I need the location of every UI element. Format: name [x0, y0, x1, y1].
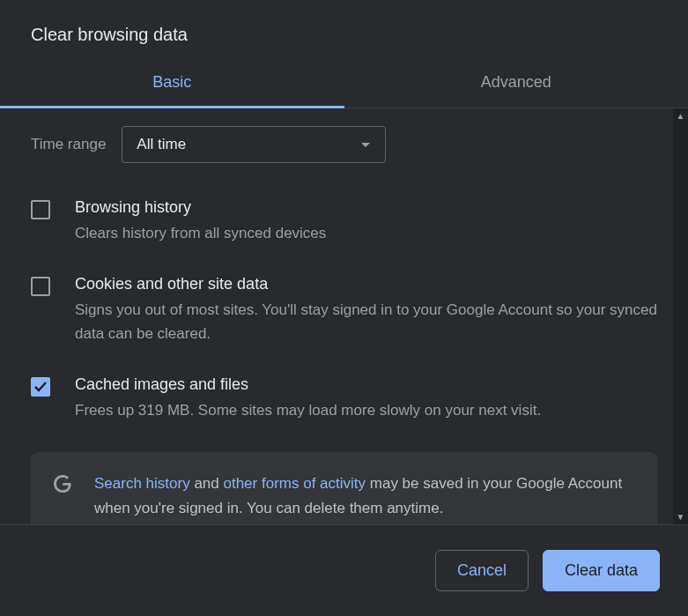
link-search-history[interactable]: Search history: [94, 475, 190, 492]
option-title-cache: Cached images and files: [75, 375, 657, 394]
checkbox-cookies[interactable]: [31, 277, 50, 296]
checkbox-browsing-history[interactable]: [31, 200, 50, 219]
tab-basic[interactable]: Basic: [0, 73, 344, 108]
checkbox-cache[interactable]: [31, 377, 50, 397]
scrollbar-up-icon[interactable]: ▲: [673, 108, 688, 123]
option-desc-cookies: Signs you out of most sites. You'll stay…: [75, 299, 657, 345]
chevron-down-icon: [360, 137, 371, 152]
scrollbar[interactable]: ▲ ▼: [673, 108, 688, 524]
tab-basic-label: Basic: [152, 73, 191, 91]
cancel-button-label: Cancel: [457, 561, 507, 579]
option-title-browsing-history: Browsing history: [75, 198, 657, 217]
scroll-content: Time range All time Browsing history Cle…: [0, 108, 688, 524]
tabs: Basic Advanced: [0, 73, 688, 108]
clear-data-button[interactable]: Clear data: [543, 550, 660, 591]
clear-browsing-data-dialog: Clear browsing data Basic Advanced Time …: [0, 0, 688, 616]
option-text: Browsing history Clears history from all…: [75, 198, 657, 245]
link-other-activity[interactable]: other forms of activity: [223, 475, 366, 492]
clear-data-button-label: Clear data: [565, 561, 638, 579]
tab-advanced[interactable]: Advanced: [344, 73, 689, 108]
scroll-area: Time range All time Browsing history Cle…: [0, 108, 688, 524]
option-cache: Cached images and files Frees up 319 MB.…: [31, 375, 657, 422]
cancel-button[interactable]: Cancel: [435, 550, 529, 591]
info-mid1: and: [190, 475, 224, 492]
info-text: Search history and other forms of activi…: [94, 471, 636, 519]
option-text: Cookies and other site data Signs you ou…: [75, 275, 657, 345]
time-range-value: All time: [137, 136, 186, 153]
option-title-cookies: Cookies and other site data: [75, 275, 657, 293]
time-range-row: Time range All time: [31, 126, 657, 163]
info-card: Search history and other forms of activi…: [31, 452, 657, 524]
option-desc-browsing-history: Clears history from all synced devices: [75, 222, 657, 245]
option-cookies: Cookies and other site data Signs you ou…: [31, 275, 657, 345]
dialog-footer: Cancel Clear data: [0, 524, 688, 616]
dialog-title: Clear browsing data: [0, 0, 688, 45]
option-desc-cache: Frees up 319 MB. Some sites may load mor…: [75, 399, 657, 422]
scrollbar-down-icon[interactable]: ▼: [673, 509, 688, 524]
google-icon: [52, 473, 73, 498]
tab-advanced-label: Advanced: [481, 73, 551, 91]
time-range-label: Time range: [31, 136, 106, 153]
option-text: Cached images and files Frees up 319 MB.…: [75, 375, 657, 422]
option-browsing-history: Browsing history Clears history from all…: [31, 198, 657, 245]
time-range-select[interactable]: All time: [122, 126, 386, 163]
